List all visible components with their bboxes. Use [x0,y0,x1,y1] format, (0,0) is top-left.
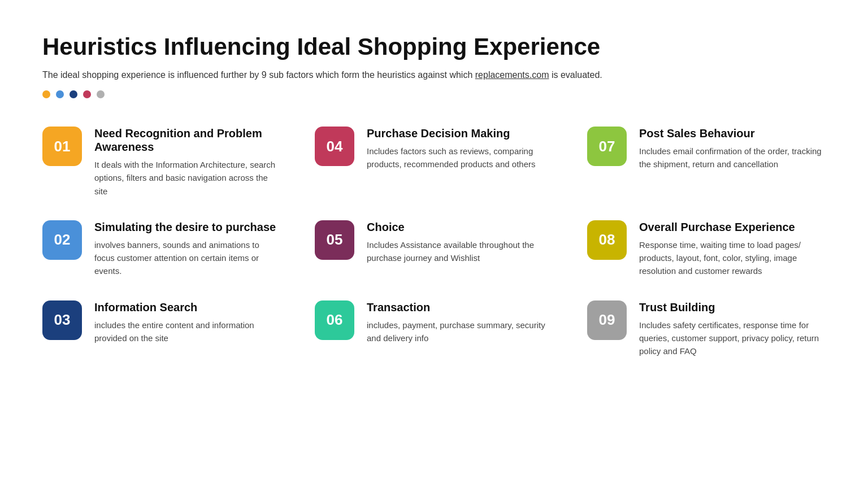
card-title: Post Sales Behaviour [639,127,826,140]
card-description: It deals with the Information Architectu… [94,158,281,198]
card-description: Includes safety certificates, response t… [639,319,826,358]
card-content: Information Searchincludes the entire co… [94,300,281,345]
card-title: Overall Purchase Experience [639,220,826,234]
number-badge: 08 [587,220,627,260]
card-item: 01Need Recognition and Problem Awareness… [42,127,281,198]
card-item: 04Purchase Decision MakingIncludes facto… [315,127,553,198]
subtitle: The ideal shopping experience is influen… [42,70,826,80]
dot [83,90,91,98]
subtitle-link[interactable]: replacements.com [475,70,549,80]
dot-indicators [42,90,826,98]
card-description: includes, payment, purchase summary, sec… [367,319,553,345]
card-content: Trust BuildingIncludes safety certificat… [639,300,826,358]
number-badge: 02 [42,220,82,260]
card-item: 08Overall Purchase ExperienceResponse ti… [587,220,826,278]
page-title: Heuristics Influencing Ideal Shopping Ex… [42,34,826,60]
dot [42,90,50,98]
card-content: Post Sales BehaviourIncludes email confi… [639,127,826,171]
cards-grid: 01Need Recognition and Problem Awareness… [42,127,826,358]
card-title: Purchase Decision Making [367,127,553,140]
card-description: Includes factors such as reviews, compar… [367,145,553,171]
number-badge: 06 [315,300,354,340]
subtitle-end: is evaluated. [552,70,602,80]
card-content: ChoiceIncludes Assistance available thro… [367,220,553,265]
dot [56,90,64,98]
card-title: Simulating the desire to purchase [94,220,281,234]
number-badge: 09 [587,300,627,340]
card-item: 05ChoiceIncludes Assistance available th… [315,220,553,278]
dot [70,90,77,98]
card-content: Need Recognition and Problem AwarenessIt… [94,127,281,198]
card-title: Information Search [94,300,281,314]
card-description: Includes email confirmation of the order… [639,145,826,171]
card-item: 02Simulating the desire to purchaseinvol… [42,220,281,278]
number-badge: 03 [42,300,82,340]
subtitle-text: The ideal shopping experience is influen… [42,70,472,80]
card-content: Overall Purchase ExperienceResponse time… [639,220,826,278]
card-title: Need Recognition and Problem Awareness [94,127,281,154]
card-item: 09Trust BuildingIncludes safety certific… [587,300,826,358]
card-title: Choice [367,220,553,234]
number-badge: 04 [315,127,354,166]
card-description: Response time, waiting time to load page… [639,238,826,278]
card-description: Includes Assistance available throughout… [367,238,553,265]
number-badge: 07 [587,127,627,166]
number-badge: 01 [42,127,82,166]
card-content: Simulating the desire to purchaseinvolve… [94,220,281,278]
card-description: includes the entire content and informat… [94,319,281,345]
card-item: 07Post Sales BehaviourIncludes email con… [587,127,826,198]
card-content: Transactionincludes, payment, purchase s… [367,300,553,345]
card-title: Transaction [367,300,553,314]
dot [97,90,105,98]
card-content: Purchase Decision MakingIncludes factors… [367,127,553,171]
card-description: involves banners, sounds and animations … [94,238,281,278]
card-item: 03Information Searchincludes the entire … [42,300,281,358]
number-badge: 05 [315,220,354,260]
card-title: Trust Building [639,300,826,314]
card-item: 06Transactionincludes, payment, purchase… [315,300,553,358]
